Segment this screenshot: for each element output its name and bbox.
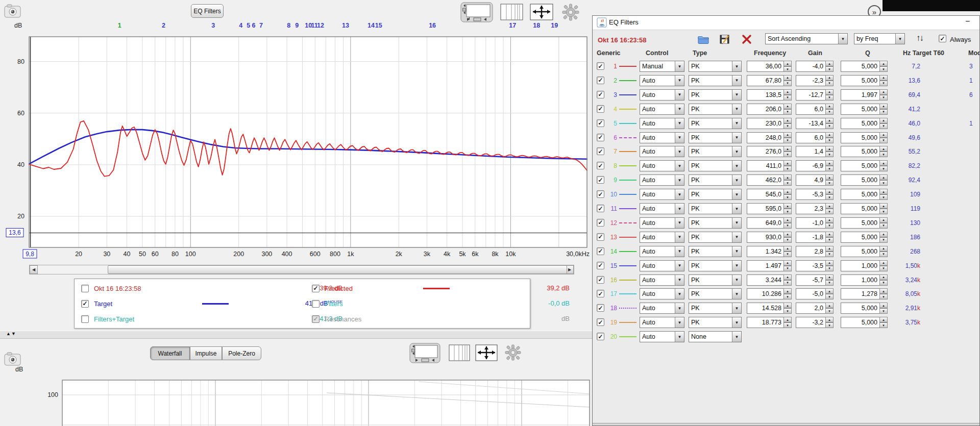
filter-gain-spinner[interactable]: 2,3▲▼ [796, 203, 834, 214]
filter-frequency-spinner[interactable]: 18.773▲▼ [747, 317, 792, 328]
filter-gain-spinner[interactable]: 6,0▲▼ [796, 104, 834, 115]
spin-up-icon[interactable]: ▲ [783, 274, 792, 280]
waterfall-chart[interactable]: dB100 [0, 364, 592, 426]
spinner-arrows[interactable]: ▲▼ [783, 160, 792, 171]
filter-control-combobox[interactable]: Auto▼ [640, 89, 684, 101]
filter-type-combobox[interactable]: PK▼ [689, 118, 742, 129]
combo-arrow-icon[interactable]: ▼ [838, 34, 847, 44]
combo-arrow-icon[interactable]: ▼ [675, 261, 684, 271]
combo-arrow-icon[interactable]: ▼ [675, 218, 684, 228]
spin-down-icon[interactable]: ▼ [783, 294, 792, 299]
filter-control-combobox[interactable]: Auto▼ [640, 274, 684, 286]
combo-arrow-icon[interactable]: ▼ [675, 317, 684, 328]
spin-down-icon[interactable]: ▼ [825, 294, 834, 299]
filter-frequency-spinner[interactable]: 14.528▲▼ [747, 303, 792, 314]
filter-enable-checkbox[interactable]: ✓ [597, 62, 604, 70]
filter-type-combobox[interactable]: PK▼ [689, 303, 742, 314]
filter-marker-2[interactable]: 2 [162, 22, 165, 29]
legend-checkbox[interactable]: ✓ [81, 285, 89, 292]
filter-gain-spinner[interactable]: -5,0▲▼ [796, 288, 834, 299]
spinner-arrows[interactable]: ▲▼ [783, 303, 792, 314]
filter-marker-7[interactable]: 7 [259, 22, 263, 29]
spin-up-icon[interactable]: ▲ [825, 146, 834, 152]
spin-up-icon[interactable]: ▲ [825, 288, 834, 294]
filter-marker-16[interactable]: 16 [429, 22, 436, 29]
spin-down-icon[interactable]: ▼ [783, 266, 792, 271]
spin-down-icon[interactable]: ▼ [825, 166, 834, 171]
filter-type-combobox[interactable]: PK▼ [689, 203, 742, 214]
spin-up-icon[interactable]: ▲ [825, 232, 834, 237]
legend-checkbox[interactable]: ✓ [312, 285, 320, 292]
spinner-arrows[interactable]: ▲▼ [825, 146, 834, 157]
filter-marker-4[interactable]: 4 [239, 22, 242, 29]
spin-up-icon[interactable]: ▲ [783, 232, 792, 237]
spin-up-icon[interactable]: ▲ [825, 104, 834, 109]
spinner-arrows[interactable]: ▲▼ [783, 288, 792, 299]
filter-type-combobox[interactable]: PK▼ [689, 246, 742, 257]
minimize-icon[interactable]: − [965, 17, 970, 26]
combo-arrow-icon[interactable]: ▼ [732, 161, 741, 171]
filter-marker-5[interactable]: 5 [247, 22, 250, 29]
filter-gain-spinner[interactable]: -2,3▲▼ [796, 75, 834, 86]
combo-arrow-icon[interactable]: ▼ [732, 118, 741, 129]
spinner-arrows[interactable]: ▲▼ [825, 61, 834, 72]
filter-type-combobox[interactable]: PK▼ [689, 274, 742, 286]
spin-up-icon[interactable]: ▲ [783, 189, 792, 194]
spin-down-icon[interactable]: ▼ [783, 95, 792, 101]
scrollbar-thumb[interactable] [108, 265, 567, 274]
spin-down-icon[interactable]: ▼ [825, 237, 834, 243]
filter-gain-spinner[interactable]: -1,8▲▼ [796, 232, 834, 243]
filter-control-combobox[interactable]: Auto▼ [640, 75, 684, 86]
filter-type-combobox[interactable]: PK▼ [689, 317, 742, 328]
spin-down-icon[interactable]: ▼ [825, 138, 834, 143]
filter-control-combobox[interactable]: Auto▼ [640, 303, 684, 314]
spin-down-icon[interactable]: ▼ [783, 308, 792, 314]
spin-up-icon[interactable]: ▲ [825, 274, 834, 280]
combo-arrow-icon[interactable]: ▼ [675, 133, 684, 143]
eq-filters-title-bar[interactable]: EQ Filters − [593, 16, 979, 30]
spinner-arrows[interactable]: ▲▼ [825, 160, 834, 171]
filter-control-combobox[interactable]: Auto▼ [640, 260, 684, 271]
spinner-arrows[interactable]: ▲▼ [783, 132, 792, 143]
combo-arrow-icon[interactable]: ▼ [732, 275, 741, 285]
filter-type-combobox[interactable]: PK▼ [689, 132, 742, 143]
filter-marker-9[interactable]: 9 [295, 22, 299, 29]
spin-down-icon[interactable]: ▼ [783, 180, 792, 186]
spin-up-icon[interactable]: ▲ [783, 303, 792, 308]
spinner-arrows[interactable]: ▲▼ [783, 217, 792, 229]
filter-type-combobox[interactable]: PK▼ [689, 61, 742, 72]
combo-arrow-icon[interactable]: ▼ [732, 303, 741, 313]
spinner-arrows[interactable]: ▲▼ [825, 104, 834, 115]
filter-marker-12[interactable]: 12 [317, 22, 324, 29]
filter-frequency-spinner[interactable]: 462,0▲▼ [747, 174, 792, 186]
combo-arrow-icon[interactable]: ▼ [675, 289, 684, 299]
filter-control-combobox[interactable]: Auto▼ [640, 288, 684, 299]
spin-down-icon[interactable]: ▼ [783, 166, 792, 171]
spinner-arrows[interactable]: ▲▼ [783, 246, 792, 257]
combo-arrow-icon[interactable]: ▼ [732, 61, 741, 71]
filter-frequency-spinner[interactable]: 10.286▲▼ [747, 288, 792, 299]
filter-gain-spinner[interactable]: -4,0▲▼ [796, 61, 834, 72]
spinner-arrows[interactable]: ▲▼ [825, 89, 834, 101]
spin-down-icon[interactable]: ▼ [783, 138, 792, 143]
filter-frequency-spinner[interactable]: 1.342▲▼ [747, 246, 792, 257]
filter-frequency-spinner[interactable]: 230,0▲▼ [747, 118, 792, 129]
filter-control-combobox[interactable]: Auto▼ [640, 246, 684, 257]
pan-graph-icon[interactable] [530, 4, 553, 20]
eq-filters-toggle-button[interactable]: EQ Filters [191, 4, 224, 18]
legend-checkbox[interactable]: ✓ [312, 300, 320, 308]
spinner-arrows[interactable]: ▲▼ [825, 75, 834, 86]
combo-arrow-icon[interactable]: ▼ [732, 146, 741, 157]
filter-enable-checkbox[interactable]: ✓ [597, 190, 604, 198]
graph-limits-navigator-icon-bottom[interactable] [409, 343, 440, 363]
filter-type-combobox[interactable]: PK▼ [689, 104, 742, 115]
filter-gain-spinner[interactable]: -12,7▲▼ [796, 89, 834, 101]
spin-up-icon[interactable]: ▲ [783, 246, 792, 252]
filter-control-combobox[interactable]: Auto▼ [640, 189, 684, 200]
filter-frequency-spinner[interactable]: 138,5▲▼ [747, 89, 792, 101]
filter-enable-checkbox[interactable]: ✓ [597, 304, 604, 312]
spin-down-icon[interactable]: ▼ [783, 81, 792, 86]
filter-gain-spinner[interactable]: 2,8▲▼ [796, 246, 834, 257]
spinner-arrows[interactable]: ▲▼ [783, 89, 792, 101]
spin-up-icon[interactable]: ▲ [783, 317, 792, 322]
